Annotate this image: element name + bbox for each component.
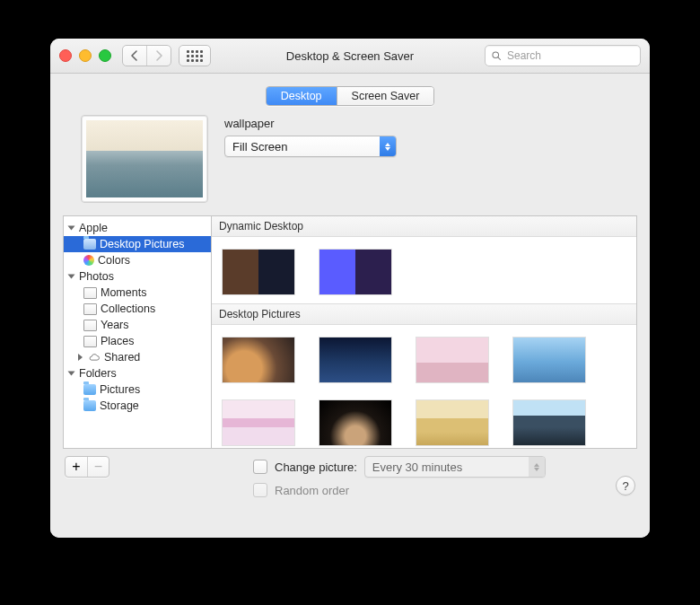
show-all-button[interactable] xyxy=(179,45,211,66)
fill-mode-popup[interactable]: Fill Screen xyxy=(224,136,397,157)
preview-row: wallpaper Fill Screen xyxy=(50,115,650,215)
source-group-apple[interactable]: Apple xyxy=(64,220,211,236)
section-header-pictures: Desktop Pictures xyxy=(212,303,636,325)
wallpaper-thumb[interactable] xyxy=(513,400,585,445)
source-item-places[interactable]: Places xyxy=(64,333,211,349)
group-label: Folders xyxy=(79,367,117,380)
wallpaper-thumb[interactable] xyxy=(319,250,391,294)
preferences-window: Desktop & Screen Saver Desktop Screen Sa… xyxy=(50,39,650,538)
search-icon xyxy=(491,50,502,61)
folder-icon xyxy=(83,239,96,250)
wallpaper-thumb[interactable] xyxy=(416,338,488,382)
search-input[interactable] xyxy=(505,48,643,63)
change-picture-checkbox[interactable] xyxy=(253,460,267,474)
disclosure-triangle-icon[interactable] xyxy=(68,275,75,279)
stepper-arrows-icon xyxy=(529,457,545,477)
group-label: Photos xyxy=(79,270,114,283)
wallpaper-info: wallpaper Fill Screen xyxy=(224,115,397,157)
group-label: Apple xyxy=(79,222,108,234)
source-item-pictures-folder[interactable]: Pictures xyxy=(64,381,211,398)
tab-segment: Desktop Screen Saver xyxy=(266,86,435,106)
add-remove-buttons: + − xyxy=(65,456,109,478)
list-item-label: Storage xyxy=(100,399,139,412)
folder-icon xyxy=(83,400,96,411)
list-item-label: Pictures xyxy=(100,383,140,396)
close-window-button[interactable] xyxy=(59,49,72,62)
source-item-shared[interactable]: Shared xyxy=(64,349,211,365)
forward-button[interactable] xyxy=(147,46,171,66)
picture-icon xyxy=(83,336,97,347)
source-item-colors[interactable]: Colors xyxy=(64,252,211,268)
list-item-label: Desktop Pictures xyxy=(100,238,184,250)
grid-icon xyxy=(187,50,203,62)
wallpaper-thumb[interactable] xyxy=(513,338,585,382)
list-item-label: Colors xyxy=(98,254,130,267)
source-item-collections[interactable]: Collections xyxy=(64,301,211,317)
list-item-label: Years xyxy=(101,319,129,331)
wallpaper-thumb[interactable] xyxy=(223,400,294,445)
tab-screen-saver[interactable]: Screen Saver xyxy=(337,87,434,105)
desktop-pictures-grid xyxy=(212,327,636,449)
cloud-icon xyxy=(88,352,101,363)
fill-mode-value: Fill Screen xyxy=(225,140,380,153)
add-folder-button[interactable]: + xyxy=(66,457,87,477)
wallpaper-name-label: wallpaper xyxy=(224,117,397,130)
stepper-arrows-icon xyxy=(380,136,396,156)
wallpaper-thumbnail xyxy=(86,120,203,197)
list-item-label: Shared xyxy=(104,351,140,364)
change-interval-popup[interactable]: Every 30 minutes xyxy=(364,456,546,478)
list-item-label: Collections xyxy=(101,302,155,315)
section-header-dynamic: Dynamic Desktop xyxy=(212,216,636,237)
back-button[interactable] xyxy=(123,46,147,66)
disclosure-triangle-icon[interactable] xyxy=(68,372,75,376)
change-interval-value: Every 30 minutes xyxy=(365,460,529,474)
wallpaper-thumb[interactable] xyxy=(319,400,391,445)
current-wallpaper-preview xyxy=(81,115,208,203)
source-group-folders[interactable]: Folders xyxy=(64,365,211,381)
list-item-label: Places xyxy=(101,335,135,347)
remove-folder-button[interactable]: − xyxy=(87,457,109,477)
random-order-checkbox[interactable] xyxy=(253,483,267,497)
traffic-lights xyxy=(59,49,111,62)
change-picture-options: Change picture: Every 30 minutes Random … xyxy=(253,456,546,497)
source-item-years[interactable]: Years xyxy=(64,317,211,333)
wallpaper-thumb[interactable] xyxy=(416,400,488,445)
wallpaper-thumb[interactable] xyxy=(223,338,294,382)
picture-icon xyxy=(83,287,97,299)
wallpaper-thumb[interactable] xyxy=(223,250,294,294)
tab-row: Desktop Screen Saver xyxy=(50,74,650,115)
minimize-window-button[interactable] xyxy=(79,49,92,62)
disclosure-triangle-icon[interactable] xyxy=(68,226,75,231)
change-picture-label: Change picture: xyxy=(275,460,357,474)
help-button[interactable]: ? xyxy=(616,476,635,495)
dynamic-desktop-grid xyxy=(212,239,636,303)
color-wheel-icon xyxy=(83,255,94,266)
random-order-label: Random order xyxy=(275,484,349,497)
search-field[interactable] xyxy=(485,45,641,66)
wallpaper-thumb[interactable] xyxy=(319,338,391,382)
help-icon: ? xyxy=(622,479,628,493)
folder-icon xyxy=(83,384,96,395)
bottom-bar: + − Change picture: Every 30 minutes xyxy=(50,449,650,508)
zoom-window-button[interactable] xyxy=(99,49,111,62)
nav-buttons xyxy=(122,45,171,66)
split-panes: Apple Desktop Pictures Colors Photos xyxy=(63,215,637,449)
disclosure-triangle-icon[interactable] xyxy=(78,354,83,361)
source-group-photos[interactable]: Photos xyxy=(64,268,211,285)
picture-icon xyxy=(83,303,97,315)
svg-line-1 xyxy=(498,57,501,60)
window-body: Desktop Screen Saver wallpaper Fill Scre… xyxy=(50,74,650,538)
tab-desktop[interactable]: Desktop xyxy=(267,87,337,105)
source-item-storage-folder[interactable]: Storage xyxy=(64,398,211,414)
source-list[interactable]: Apple Desktop Pictures Colors Photos xyxy=(63,215,211,449)
list-item-label: Moments xyxy=(101,286,146,299)
source-item-desktop-pictures[interactable]: Desktop Pictures xyxy=(64,236,211,252)
wallpaper-browser[interactable]: Dynamic Desktop Desktop Pictures xyxy=(211,215,637,449)
titlebar: Desktop & Screen Saver xyxy=(50,39,650,74)
source-item-moments[interactable]: Moments xyxy=(64,285,211,301)
picture-icon xyxy=(83,320,97,331)
